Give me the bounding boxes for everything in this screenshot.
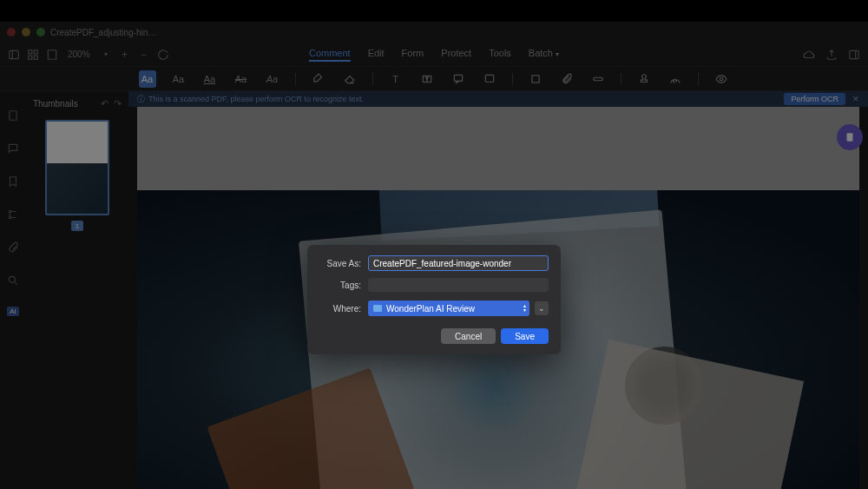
where-select[interactable]: WonderPlan AI Review ▴▾ bbox=[368, 301, 529, 316]
where-value: WonderPlan AI Review bbox=[386, 304, 475, 314]
save-button[interactable]: Save bbox=[501, 328, 549, 344]
cancel-button[interactable]: Cancel bbox=[441, 328, 496, 344]
select-arrows-icon: ▴▾ bbox=[523, 304, 526, 313]
save-dialog: Save As: Tags: Where: WonderPlan AI Revi… bbox=[307, 245, 561, 354]
expand-dialog-button[interactable]: ⌄ bbox=[535, 301, 549, 315]
where-label: Where: bbox=[319, 304, 368, 314]
tags-input[interactable] bbox=[368, 278, 549, 292]
save-as-input[interactable] bbox=[368, 255, 549, 271]
tags-label: Tags: bbox=[319, 281, 368, 290]
folder-icon bbox=[373, 305, 382, 312]
save-as-label: Save As: bbox=[319, 259, 368, 268]
